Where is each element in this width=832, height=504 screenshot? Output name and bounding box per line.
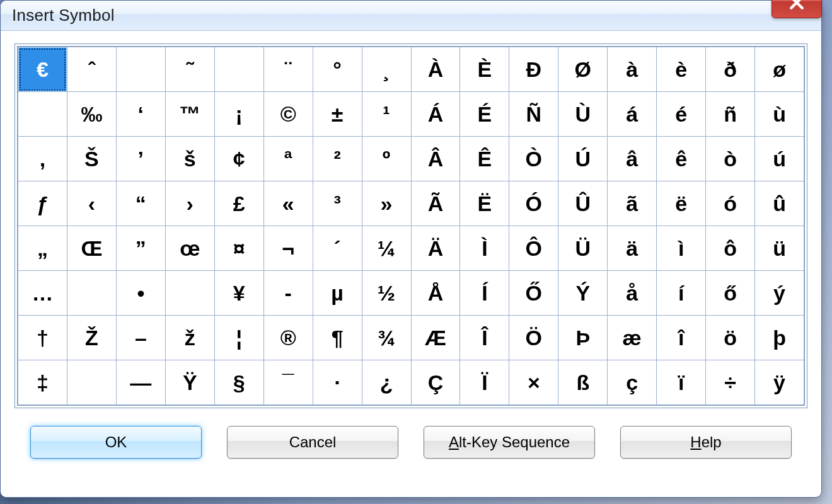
symbol-cell[interactable]: Ý: [558, 271, 608, 316]
symbol-cell[interactable]: Â: [411, 137, 460, 181]
symbol-cell[interactable]: î: [657, 316, 706, 360]
symbol-cell[interactable]: á: [608, 92, 657, 137]
symbol-cell[interactable]: ½: [362, 271, 411, 316]
symbol-cell[interactable]: [67, 271, 116, 316]
symbol-cell[interactable]: ¢: [214, 137, 263, 181]
symbol-cell[interactable]: ¤: [214, 226, 263, 271]
symbol-cell[interactable]: Ô: [509, 226, 558, 271]
ok-button[interactable]: OK: [30, 426, 202, 459]
symbol-cell[interactable]: [18, 92, 67, 137]
symbol-cell[interactable]: ÿ: [755, 360, 804, 405]
symbol-cell[interactable]: ¡: [214, 92, 263, 137]
symbol-cell[interactable]: «: [263, 181, 313, 226]
symbol-cell[interactable]: €: [18, 47, 67, 92]
symbol-cell[interactable]: ‘: [116, 92, 165, 137]
symbol-cell[interactable]: ƒ: [18, 181, 67, 226]
symbol-cell[interactable]: ‹: [67, 181, 116, 226]
symbol-cell[interactable]: Å: [411, 271, 460, 316]
symbol-cell[interactable]: É: [460, 92, 509, 137]
symbol-cell[interactable]: ¦: [214, 316, 263, 360]
symbol-cell[interactable]: Ñ: [509, 92, 558, 137]
symbol-cell[interactable]: Ü: [558, 226, 608, 271]
symbol-cell[interactable]: Ö: [509, 316, 558, 360]
symbol-cell[interactable]: ä: [608, 226, 657, 271]
symbol-cell[interactable]: ›: [165, 181, 214, 226]
symbol-cell[interactable]: ´: [313, 226, 362, 271]
symbol-cell[interactable]: Í: [460, 271, 509, 316]
close-button[interactable]: [771, 0, 822, 18]
symbol-cell[interactable]: è: [657, 47, 706, 92]
symbol-cell[interactable]: ‡: [18, 360, 67, 405]
symbol-cell[interactable]: ¾: [362, 316, 411, 360]
symbol-cell[interactable]: Î: [460, 316, 509, 360]
symbol-cell[interactable]: Û: [558, 181, 608, 226]
symbol-cell[interactable]: Ó: [509, 181, 558, 226]
symbol-cell[interactable]: ±: [313, 92, 362, 137]
symbol-cell[interactable]: „: [18, 226, 67, 271]
help-button[interactable]: Help: [620, 426, 792, 459]
symbol-cell[interactable]: [116, 47, 165, 92]
symbol-cell[interactable]: æ: [608, 316, 657, 360]
symbol-cell[interactable]: ë: [657, 181, 706, 226]
symbol-cell[interactable]: ¼: [362, 226, 411, 271]
symbol-cell[interactable]: ²: [313, 137, 362, 181]
symbol-cell[interactable]: Ž: [67, 316, 116, 360]
symbol-cell[interactable]: ˆ: [67, 47, 116, 92]
symbol-cell[interactable]: ¹: [362, 92, 411, 137]
symbol-cell[interactable]: [165, 271, 214, 316]
symbol-cell[interactable]: ÷: [706, 360, 755, 405]
symbol-cell[interactable]: Ë: [460, 181, 509, 226]
symbol-cell[interactable]: ¯: [263, 360, 313, 405]
symbol-cell[interactable]: é: [657, 92, 706, 137]
symbol-cell[interactable]: í: [657, 271, 706, 316]
symbol-cell[interactable]: ©: [263, 92, 313, 137]
symbol-cell[interactable]: ñ: [706, 92, 755, 137]
symbol-cell[interactable]: ž: [165, 316, 214, 360]
symbol-cell[interactable]: œ: [165, 226, 214, 271]
symbol-cell[interactable]: â: [608, 137, 657, 181]
cancel-button[interactable]: Cancel: [227, 426, 398, 459]
symbol-cell[interactable]: Ò: [509, 137, 558, 181]
symbol-cell[interactable]: Ð: [509, 47, 558, 92]
symbol-cell[interactable]: …: [18, 271, 67, 316]
symbol-cell[interactable]: ”: [116, 226, 165, 271]
symbol-cell[interactable]: Ã: [411, 181, 460, 226]
symbol-cell[interactable]: ¬: [263, 226, 313, 271]
symbol-cell[interactable]: ß: [558, 360, 608, 405]
symbol-cell[interactable]: ő: [706, 271, 755, 316]
symbol-cell[interactable]: °: [313, 47, 362, 92]
alt-key-sequence-button[interactable]: Alt-Key Sequence: [424, 426, 595, 459]
symbol-cell[interactable]: ·: [313, 360, 362, 405]
symbol-cell[interactable]: ¿: [362, 360, 411, 405]
symbol-cell[interactable]: ì: [657, 226, 706, 271]
symbol-cell[interactable]: ù: [755, 92, 804, 137]
symbol-cell[interactable]: ¶: [313, 316, 362, 360]
symbol-cell[interactable]: ü: [755, 226, 804, 271]
symbol-cell[interactable]: Ő: [509, 271, 558, 316]
symbol-cell[interactable]: Œ: [67, 226, 116, 271]
symbol-cell[interactable]: —: [116, 360, 165, 405]
symbol-cell[interactable]: Ê: [460, 137, 509, 181]
symbol-cell[interactable]: »: [362, 181, 411, 226]
symbol-cell[interactable]: Ÿ: [165, 360, 214, 405]
symbol-cell[interactable]: ô: [706, 226, 755, 271]
symbol-cell[interactable]: å: [608, 271, 657, 316]
symbol-cell[interactable]: ¥: [214, 271, 263, 316]
symbol-cell[interactable]: à: [608, 47, 657, 92]
symbol-cell[interactable]: Ø: [558, 47, 608, 92]
symbol-cell[interactable]: º: [362, 137, 411, 181]
symbol-cell[interactable]: ×: [509, 360, 558, 405]
symbol-cell[interactable]: †: [18, 316, 67, 360]
symbol-cell[interactable]: Ï: [460, 360, 509, 405]
symbol-cell[interactable]: •: [116, 271, 165, 316]
symbol-cell[interactable]: ø: [755, 47, 804, 92]
symbol-cell[interactable]: ¨: [263, 47, 313, 92]
symbol-cell[interactable]: À: [411, 47, 460, 92]
symbol-cell[interactable]: µ: [313, 271, 362, 316]
symbol-cell[interactable]: Þ: [558, 316, 608, 360]
symbol-cell[interactable]: ™: [165, 92, 214, 137]
symbol-cell[interactable]: ú: [755, 137, 804, 181]
symbol-cell[interactable]: £: [214, 181, 263, 226]
symbol-cell[interactable]: È: [460, 47, 509, 92]
symbol-cell[interactable]: ý: [755, 271, 804, 316]
